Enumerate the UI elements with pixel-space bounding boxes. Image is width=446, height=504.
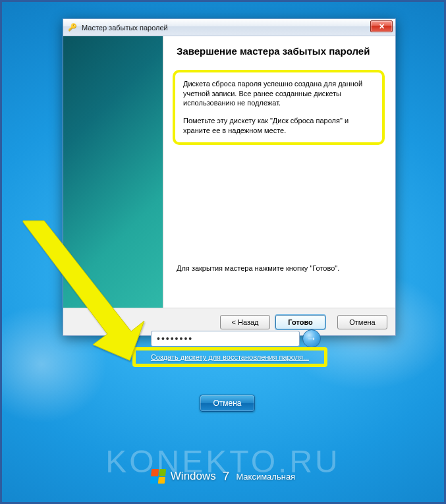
titlebar[interactable]: 🔑 Мастер забытых паролей ✕ — [63, 19, 395, 36]
brand-edition: Максимальная — [236, 472, 295, 482]
close-button[interactable]: ✕ — [370, 20, 393, 32]
wizard-body: Завершение мастера забытых паролей Диске… — [63, 36, 395, 308]
finish-button[interactable]: Готово — [275, 315, 325, 329]
back-button[interactable]: < Назад — [220, 315, 270, 329]
submit-button[interactable]: → — [302, 329, 321, 348]
window-title: Мастер забытых паролей — [82, 24, 168, 32]
login-cancel-button[interactable]: Отмена — [200, 395, 255, 412]
cancel-button[interactable]: Отмена — [337, 315, 387, 329]
highlight-annotation: Дискета сброса пароля успешно создана дл… — [173, 70, 385, 145]
wizard-content: Завершение мастера забытых паролей Диске… — [163, 36, 395, 308]
close-icon: ✕ — [379, 22, 385, 31]
windows-logo-icon — [150, 469, 166, 484]
create-reset-disk-link[interactable]: Создать дискету для восстановления парол… — [151, 353, 309, 361]
wizard-side-panel — [63, 36, 163, 308]
wizard-heading: Завершение мастера забытых паролей — [177, 45, 376, 58]
password-input[interactable]: •••••••• — [151, 331, 300, 347]
brand-product: Windows — [171, 470, 216, 483]
brand-version: 7 — [223, 469, 230, 484]
wizard-window: 🔑 Мастер забытых паролей ✕ Завершение ма… — [63, 18, 396, 336]
wizard-close-hint: Для закрытия мастера нажмите кнопку "Гот… — [177, 264, 376, 272]
windows-branding: Windows 7 Максимальная — [2, 469, 444, 484]
wizard-paragraph: Дискета сброса пароля успешно создана дл… — [183, 79, 374, 109]
wizard-paragraph: Пометьте эту дискету как "Диск сброса па… — [183, 116, 374, 136]
highlight-annotation: Создать дискету для восстановления парол… — [132, 347, 327, 367]
arrow-right-icon: → — [306, 333, 317, 345]
key-icon: 🔑 — [67, 22, 78, 33]
